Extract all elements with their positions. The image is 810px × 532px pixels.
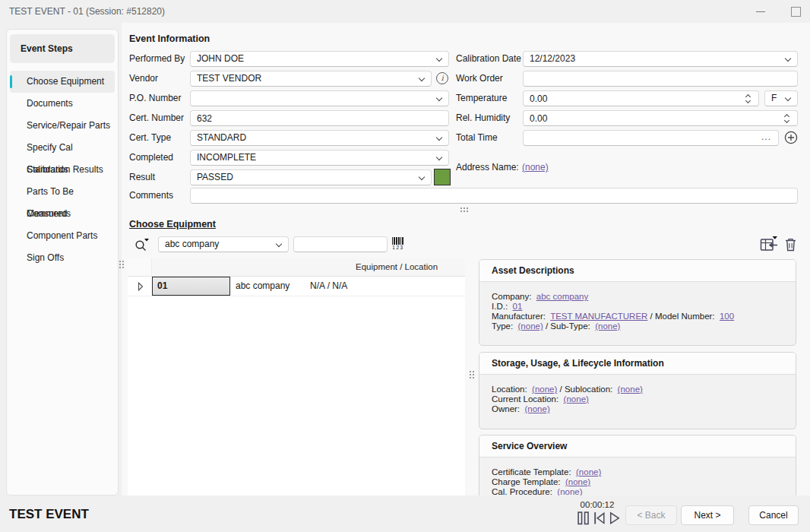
po-number-select[interactable]: [190, 90, 449, 106]
play-icon[interactable]: [608, 511, 622, 525]
work-order-label: Work Order: [456, 73, 503, 84]
certificate-template-link[interactable]: (none): [576, 467, 601, 477]
sidebar-item-label: Choose Equipment: [27, 76, 104, 87]
subtype-link[interactable]: (none): [595, 321, 620, 331]
event-steps-sidebar: Event Steps Choose Equipment Documents S…: [6, 29, 119, 496]
company-filter-value: abc company: [165, 239, 219, 249]
sidebar-item-comments[interactable]: Comments: [10, 203, 115, 225]
po-number-label: P.O. Number: [129, 93, 181, 104]
current-location-link[interactable]: (none): [564, 394, 589, 404]
address-name-label: Address Name:: [456, 162, 519, 173]
service-overview-title: Service Overview: [479, 435, 796, 458]
subtype-label: / Sub-Type:: [546, 321, 590, 331]
event-name-text: TEST EVENT: [9, 507, 89, 522]
id-link[interactable]: 01: [512, 302, 522, 311]
equipment-search-input[interactable]: [293, 236, 388, 252]
manufacturer-link[interactable]: TEST MANUFACTURER: [550, 312, 647, 321]
cancel-button[interactable]: Cancel: [748, 505, 799, 525]
chevron-down-icon: [436, 154, 442, 160]
spinner-updown-icon[interactable]: [783, 111, 792, 127]
result-value: PASSED: [197, 172, 233, 182]
result-status-swatch: [434, 169, 451, 185]
model-number-link[interactable]: 100: [720, 312, 734, 321]
barcode-bars: [392, 237, 404, 245]
sidebar-item-component-parts[interactable]: Component Parts: [10, 225, 115, 247]
cert-number-label: Cert. Number: [129, 112, 184, 124]
sidebar-item-service-repair-parts[interactable]: Service/Repair Parts: [10, 115, 115, 137]
form-splitter-handle[interactable]: [460, 207, 468, 212]
sidebar-item-parts-to-be-measured[interactable]: Parts To Be Measured: [10, 181, 115, 203]
sidebar-item-documents[interactable]: Documents: [10, 93, 115, 115]
back-button[interactable]: < Back: [625, 505, 677, 525]
comments-input[interactable]: [190, 188, 798, 204]
column-header-label: Equipment / Location: [356, 262, 438, 271]
cert-type-select[interactable]: STANDARD: [190, 130, 449, 146]
equipment-id-cell[interactable]: 01: [152, 277, 230, 296]
table-row[interactable]: 01 abc company N/A / N/A: [128, 277, 465, 296]
owner-link[interactable]: (none): [524, 404, 549, 413]
calibration-date-select[interactable]: 12/12/2023: [523, 51, 798, 67]
add-time-icon[interactable]: [784, 131, 798, 144]
app-window: TEST EVENT - 01 (Session: #512820) Event…: [0, 0, 810, 532]
asset-descriptions-title: Asset Descriptions: [479, 260, 796, 282]
panel-splitter-handle[interactable]: [469, 370, 474, 378]
location-link[interactable]: (none): [532, 385, 557, 394]
skip-to-start-icon[interactable]: [593, 511, 606, 525]
sidebar-item-label: Comments: [27, 208, 71, 219]
cert-number-input[interactable]: [190, 110, 449, 126]
owner-label: Owner:: [492, 404, 520, 413]
total-time-input[interactable]: ...: [523, 130, 779, 146]
equipment-table: Equipment / Location 01 abc company N/A …: [128, 258, 465, 496]
chevron-down-icon: [785, 55, 791, 62]
rel-humidity-spinner[interactable]: 0.00: [523, 110, 798, 126]
barcode-scan-icon[interactable]: 123: [391, 237, 406, 251]
charge-template-link[interactable]: (none): [565, 477, 590, 486]
vendor-info-icon[interactable]: i: [436, 72, 448, 84]
assign-equipment-icon[interactable]: [760, 236, 778, 252]
spinner-updown-icon[interactable]: [745, 91, 753, 107]
type-link[interactable]: (none): [518, 321, 543, 331]
work-order-input[interactable]: [523, 71, 798, 87]
equipment-location-cell[interactable]: N/A / N/A: [310, 280, 347, 291]
performed-by-label: Performed By: [129, 53, 185, 65]
sidebar-item-choose-equipment[interactable]: Choose Equipment: [10, 71, 115, 93]
temperature-spinner[interactable]: 0.00: [523, 90, 759, 106]
temperature-unit-select[interactable]: F: [764, 90, 798, 106]
sublocation-link[interactable]: (none): [618, 385, 643, 394]
row-expander-icon[interactable]: [138, 282, 144, 291]
sidebar-splitter-handle[interactable]: [119, 260, 124, 268]
equipment-location-column-header[interactable]: Equipment / Location: [152, 258, 465, 277]
sublocation-label: / Sublocation:: [560, 385, 613, 394]
maximize-icon[interactable]: [778, 0, 810, 23]
ellipsis-more-button[interactable]: ...: [761, 131, 771, 142]
result-label: Result: [129, 172, 155, 183]
result-select[interactable]: PASSED: [190, 169, 432, 185]
pause-icon[interactable]: [577, 511, 590, 525]
equipment-company-cell[interactable]: abc company: [236, 280, 290, 291]
calibration-date-value: 12/12/2023: [530, 53, 575, 64]
vendor-select[interactable]: TEST VENDOR: [190, 71, 432, 87]
completed-value: INCOMPLETE: [197, 152, 256, 163]
performed-by-select[interactable]: JOHN DOE: [190, 51, 449, 67]
title-bar: TEST EVENT - 01 (Session: #512820): [0, 0, 810, 23]
completed-label: Completed: [129, 152, 173, 163]
address-name-link[interactable]: (none): [522, 162, 549, 173]
storage-usage-lifecycle-title: Storage, Usage, & Lifecycle Information: [479, 353, 796, 375]
sidebar-item-label: Service/Repair Parts: [27, 120, 110, 131]
minimize-icon[interactable]: [743, 0, 778, 23]
company-filter-select[interactable]: abc company: [158, 236, 289, 252]
chevron-down-icon: [436, 135, 442, 141]
footer-bar: TEST EVENT 00:00:12 < Back Next > Cancel: [0, 496, 810, 532]
chevron-down-icon: [276, 241, 282, 247]
company-link[interactable]: abc company: [536, 292, 588, 301]
performed-by-value: JOHN DOE: [197, 53, 244, 64]
next-button[interactable]: Next >: [681, 505, 734, 525]
id-label: I.D.:: [492, 302, 508, 311]
completed-select[interactable]: INCOMPLETE: [190, 150, 449, 166]
delete-icon[interactable]: [785, 238, 796, 252]
sidebar-item-calibration-results[interactable]: Calibration Results: [10, 159, 115, 181]
search-icon[interactable]: [134, 236, 150, 252]
window-title: TEST EVENT - 01 (Session: #512820): [9, 6, 165, 17]
sidebar-item-sign-offs[interactable]: Sign Offs: [10, 247, 115, 269]
sidebar-item-specify-cal-standards[interactable]: Specify Cal Standards: [10, 137, 115, 159]
